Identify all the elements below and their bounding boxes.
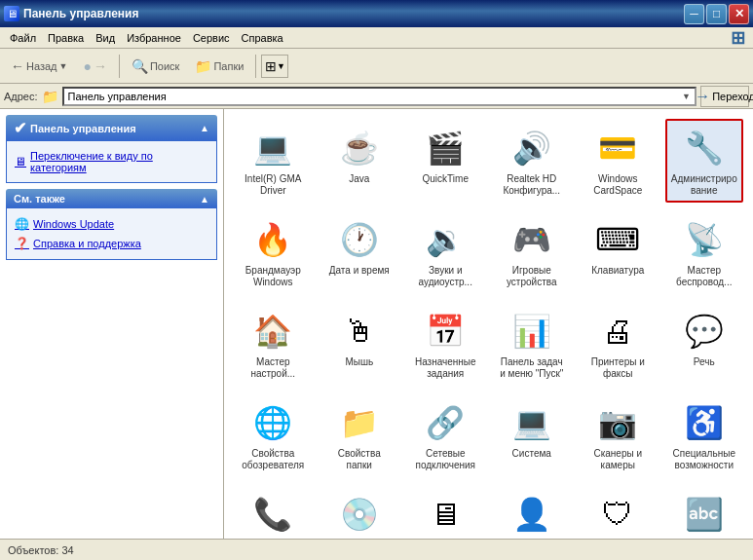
icon-grid: 💻Intel(R) GMA Driver☕Java🎬QuickTime🔊Real… xyxy=(234,119,743,539)
also-panel-collapse-icon[interactable]: ▲ xyxy=(200,194,209,205)
icon-item-datetime[interactable]: 🕐Дата и время xyxy=(320,210,399,294)
icon-image-java: ☕ xyxy=(336,125,383,171)
icon-image-add-remove: 💿 xyxy=(336,491,383,538)
categories-label: Переключение к виду по категориям xyxy=(30,150,208,173)
forward-button[interactable]: ● → xyxy=(76,55,113,78)
icon-label-network: Сетевые подключения xyxy=(412,448,479,471)
view-icon: ⊞ xyxy=(265,58,277,74)
icon-label-scanners: Сканеры и камеры xyxy=(584,448,652,471)
icon-image-setup: 🏠 xyxy=(249,308,296,355)
icon-item-brandmauer[interactable]: 🔥Брандмауэр Windows xyxy=(234,210,313,294)
icon-item-fonts[interactable]: 🔤Шрифты xyxy=(665,485,744,539)
panel-link-windows-update[interactable]: 🌐 Windows Update xyxy=(13,214,210,234)
icon-item-gamedev[interactable]: 🎮Игровые устройства xyxy=(493,210,572,294)
address-folder-icon: 📁 xyxy=(42,89,58,104)
panel-link-categories[interactable]: 🖥 Переключение к виду по категориям xyxy=(13,147,210,176)
back-arrow-icon: ← xyxy=(11,58,24,74)
icon-item-printers[interactable]: 🖨Принтеры и факсы xyxy=(579,302,658,386)
icon-label-printers: Принтеры и факсы xyxy=(584,356,652,380)
icon-image-scanners: 📷 xyxy=(594,399,641,446)
icon-item-speech[interactable]: 💬Речь xyxy=(665,302,744,386)
icon-image-taskbar: 📊 xyxy=(508,308,555,355)
icon-label-speech: Речь xyxy=(694,356,715,368)
view-dropdown-icon[interactable]: ▼ xyxy=(277,61,285,71)
maximize-button[interactable]: □ xyxy=(706,4,727,24)
menu-file[interactable]: Файл xyxy=(4,30,42,46)
icon-item-security[interactable]: 🛡Центр обеспечен... xyxy=(579,485,658,539)
menu-service[interactable]: Сервис xyxy=(187,30,236,46)
main-panel-collapse-icon[interactable]: ▲ xyxy=(200,123,209,133)
window-controls: ─ □ ✕ xyxy=(684,4,749,24)
icon-item-sound[interactable]: 🔉Звуки и аудиоустр... xyxy=(406,210,485,294)
icon-image-hardware: 🖥 xyxy=(422,491,469,538)
menu-edit[interactable]: Правка xyxy=(42,30,90,46)
icon-item-scheduled[interactable]: 📅Назначенные задания xyxy=(406,302,485,386)
minimize-button[interactable]: ─ xyxy=(684,4,704,24)
icon-item-keyboard[interactable]: ⌨Клавиатура xyxy=(579,210,658,294)
menu-view[interactable]: Вид xyxy=(90,30,121,46)
forward-arrow-icon: → xyxy=(94,58,107,74)
toolbar-separator-1 xyxy=(119,55,120,78)
window-icon: 🖥 xyxy=(4,6,19,21)
icon-item-admin[interactable]: 🔧Администрирование xyxy=(665,119,744,203)
icon-label-java: Java xyxy=(349,173,369,185)
icon-item-hardware[interactable]: 🖥Установка оборудова... xyxy=(406,485,485,539)
icon-item-intel-gma[interactable]: 💻Intel(R) GMA Driver xyxy=(234,119,313,203)
icon-image-network: 🔗 xyxy=(422,399,469,446)
icon-image-security: 🛡 xyxy=(594,491,641,538)
back-dropdown-icon[interactable]: ▼ xyxy=(59,61,68,71)
main-panel-title: Панель управления xyxy=(30,123,200,134)
go-button[interactable]: → Переход xyxy=(700,86,749,107)
icon-item-realtek-hd[interactable]: 🔊Realtek HD Конфигура... xyxy=(493,119,572,203)
icon-image-gamedev: 🎮 xyxy=(508,216,555,263)
icon-image-brandmauer: 🔥 xyxy=(249,216,296,263)
icon-item-wireless[interactable]: 📡Мастер беспровод... xyxy=(665,210,744,294)
also-panel-header[interactable]: См. также ▲ xyxy=(6,189,217,208)
address-bar: Адрес: 📁 Панель управления ▼ → Переход xyxy=(0,84,753,109)
icon-label-admin: Администрирование xyxy=(671,173,738,197)
icon-item-system[interactable]: 💻Система xyxy=(493,393,572,477)
icon-item-accounts[interactable]: 👤Учетные записи пол... xyxy=(493,485,572,539)
icon-label-realtek-hd: Realtek HD Конфигура... xyxy=(499,173,566,197)
icon-item-network[interactable]: 🔗Сетевые подключения xyxy=(406,393,485,477)
also-panel-body: 🌐 Windows Update ❓ Справка и поддержка xyxy=(6,208,217,260)
back-button[interactable]: ← Назад ▼ xyxy=(4,55,74,78)
icon-item-setup[interactable]: 🏠Мастер настрой... xyxy=(234,302,313,386)
icon-item-add-remove[interactable]: 💿Установка и удаление... xyxy=(320,485,399,539)
address-value[interactable]: Панель управления xyxy=(68,91,683,102)
icon-item-special[interactable]: ♿Специальные возможности xyxy=(665,393,744,477)
icon-item-folder-prop[interactable]: 📁Свойства папки xyxy=(320,393,399,477)
icon-image-special: ♿ xyxy=(681,399,728,446)
icon-item-windows-cardspace[interactable]: 💳Windows CardSpace xyxy=(579,119,658,203)
icon-image-browser-prop: 🌐 xyxy=(249,399,296,446)
icon-item-taskbar[interactable]: 📊Панель задач и меню "Пуск" xyxy=(493,302,572,386)
menu-help[interactable]: Справка xyxy=(236,30,289,46)
icon-item-mouse[interactable]: 🖱Мышь xyxy=(320,302,399,386)
toolbar-separator-2 xyxy=(255,55,256,78)
view-button[interactable]: ⊞ ▼ xyxy=(261,55,288,78)
icon-item-browser-prop[interactable]: 🌐Свойства обозревателя xyxy=(234,393,313,477)
search-button[interactable]: 🔍 Поиск xyxy=(125,55,186,78)
windows-update-icon: 🌐 xyxy=(15,217,29,231)
icon-item-scanners[interactable]: 📷Сканеры и камеры xyxy=(579,393,658,477)
icon-label-setup: Мастер настрой... xyxy=(240,356,307,380)
icon-image-quicktime: 🎬 xyxy=(422,125,469,171)
also-panel-section: См. также ▲ 🌐 Windows Update ❓ Справка и… xyxy=(6,189,217,260)
folders-button[interactable]: 📁 Папки xyxy=(188,55,250,78)
menu-favorites[interactable]: Избранное xyxy=(121,30,187,46)
main-panel-header[interactable]: ✔ Панель управления ▲ xyxy=(6,115,217,141)
go-label: Переход xyxy=(712,91,753,102)
icon-item-quicktime[interactable]: 🎬QuickTime xyxy=(406,119,485,203)
icon-item-java[interactable]: ☕Java xyxy=(320,119,399,203)
main-panel-header-icon: ✔ xyxy=(14,119,26,137)
address-dropdown-icon[interactable]: ▼ xyxy=(682,92,691,101)
search-label: Поиск xyxy=(150,60,179,72)
close-button[interactable]: ✕ xyxy=(729,4,749,24)
icon-label-intel-gma: Intel(R) GMA Driver xyxy=(240,173,307,197)
windows-update-label: Windows Update xyxy=(33,218,114,230)
panel-link-help[interactable]: ❓ Справка и поддержка xyxy=(13,234,210,253)
icon-item-phone-modem[interactable]: 📞Телефон и модем xyxy=(234,485,313,539)
icon-label-system: Система xyxy=(512,448,551,460)
title-bar: 🖥 Панель управления ─ □ ✕ xyxy=(0,0,753,27)
icon-label-windows-cardspace: Windows CardSpace xyxy=(584,173,652,197)
